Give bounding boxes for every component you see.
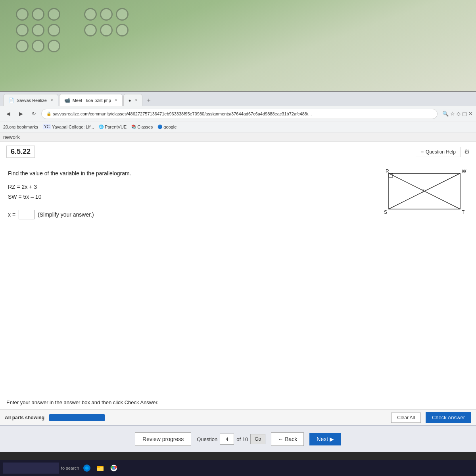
address-bar-row: ◀ ▶ ↻ 🔒 savvasrealize.com/community/clas… [0, 106, 476, 121]
windows-taskbar: to search [0, 460, 476, 476]
review-progress-button[interactable]: Review progress [135, 432, 191, 446]
file-explorer-icon[interactable] [95, 463, 106, 474]
tab-close-icon[interactable]: × [135, 98, 137, 102]
bookmarks-bar: 20.org bookmarks YC Yavapai College: Lif… [0, 121, 476, 132]
bookmark-20org[interactable]: 20.org bookmarks [3, 125, 38, 129]
question-label: Question [197, 436, 217, 442]
tab-savvas[interactable]: 📄 Savvas Realize × [3, 94, 58, 106]
instruction-bar: Enter your answer in the answer box and … [0, 396, 476, 409]
bookmark-google[interactable]: 🔵 google [157, 125, 177, 129]
question-help-button[interactable]: ≡ Question Help [416, 147, 461, 157]
question-number-input[interactable] [220, 434, 234, 445]
tab-bar: 📄 Savvas Realize × 📹 Meet - koa-pzst-jmp… [0, 92, 476, 106]
nav-footer: Review progress Question of 10 Go ← Back… [0, 425, 476, 452]
forward-nav-button[interactable]: ▶ [16, 109, 26, 119]
tab-empty[interactable]: ● × [123, 94, 143, 106]
tab-favicon: 📹 [64, 98, 70, 103]
back-nav-button[interactable]: ◀ [3, 109, 13, 119]
svg-rect-6 [97, 467, 104, 471]
tab-label: ● [129, 98, 131, 103]
extension-icon[interactable]: ◇ [457, 111, 461, 117]
svg-rect-7 [97, 466, 100, 468]
address-bar[interactable]: 🔒 savvasrealize.com/community/classes/48… [41, 109, 438, 119]
windows-start-icon[interactable] [81, 463, 92, 474]
vertex-S: S [384, 209, 387, 215]
header-right: ≡ Question Help ⚙ [416, 147, 470, 157]
parts-label: All parts showing [5, 415, 44, 420]
tab-close-icon[interactable]: × [115, 98, 117, 102]
parts-bar: All parts showing Clear All Check Answer [0, 409, 476, 425]
simplify-note: (Simplify your answer.) [38, 211, 94, 218]
desk-circle [48, 40, 60, 52]
desk-pattern [16, 8, 129, 52]
url-text: savvasrealize.com/community/classes/4862… [53, 111, 312, 116]
close-window-icon[interactable]: ✕ [468, 111, 473, 117]
bookmark-label: Yavapai College: Lif... [52, 125, 94, 129]
desk-circle [84, 24, 97, 36]
bookmark-label: 20.org bookmarks [3, 125, 38, 129]
vertex-T: T [462, 209, 465, 215]
check-answer-button[interactable]: Check Answer [426, 412, 471, 423]
desk-circle [116, 24, 129, 36]
tab-label: Meet - koa-pzst-jmp [73, 98, 111, 103]
back-button[interactable]: ← Back [271, 432, 304, 446]
desk-circle [48, 8, 60, 21]
desk-circle [32, 40, 44, 52]
tab-meet[interactable]: 📹 Meet - koa-pzst-jmp × [59, 94, 123, 106]
star-icon[interactable]: ☆ [450, 111, 455, 117]
chrome-icon[interactable] [108, 463, 119, 474]
of-label: of 10 [236, 436, 248, 442]
bookmark-icon: 🌐 [99, 125, 104, 129]
tab-close-icon[interactable]: × [51, 98, 53, 102]
parallelogram-diagram: R W S T Z [381, 169, 468, 221]
desk-circle [100, 8, 113, 21]
desk-circle [116, 8, 129, 21]
clear-all-button[interactable]: Clear All [391, 413, 421, 423]
desk-circle [84, 8, 97, 21]
diagram-svg: R W S T Z [381, 169, 468, 221]
bookmark-label: ParentVUE [105, 125, 127, 129]
desk-circle [16, 40, 29, 52]
vertex-W: W [462, 169, 466, 174]
page-content: nework 6.5.22 ≡ Question Help ⚙ Find the… [0, 133, 476, 452]
new-tab-button[interactable]: + [143, 95, 154, 106]
assignment-header: 6.5.22 ≡ Question Help ⚙ [0, 142, 476, 162]
menu-icon[interactable]: ▢ [462, 111, 467, 117]
desk-circle [16, 8, 29, 21]
bookmark-icon: YC [43, 124, 51, 129]
answer-input[interactable] [19, 210, 35, 219]
bookmark-classes[interactable]: 📚 Classes [131, 125, 153, 129]
gear-icon[interactable]: ⚙ [464, 148, 470, 155]
answer-label: x = [8, 211, 15, 218]
bookmark-icon: 📚 [131, 125, 136, 129]
next-button[interactable]: Next ▶ [309, 433, 341, 445]
vertex-R: R [386, 169, 389, 174]
address-bar-icons: 🔍 ☆ ◇ ▢ ✕ [442, 111, 473, 117]
parts-progress-bar [49, 414, 105, 421]
desk-circle [48, 24, 60, 36]
bookmark-parentvue[interactable]: 🌐 ParentVUE [99, 125, 127, 129]
desk-circle [32, 24, 44, 36]
vertex-Z: Z [422, 189, 424, 194]
question-body: Find the value of the variable in the pa… [0, 162, 476, 321]
desk-circle [32, 8, 44, 21]
go-button[interactable]: Go [250, 434, 265, 444]
question-help-label: Question Help [426, 149, 456, 155]
desk-background [0, 0, 476, 95]
tab-favicon: 📄 [8, 98, 14, 103]
help-icon: ≡ [421, 149, 424, 155]
nework-label: nework [0, 133, 476, 142]
reload-button[interactable]: ↻ [29, 109, 39, 119]
bookmark-yavapai[interactable]: YC Yavapai College: Lif... [43, 124, 94, 129]
search-icon[interactable]: 🔍 [442, 111, 449, 117]
question-navigation: Question of 10 Go [197, 434, 265, 445]
bookmark-label: Classes [137, 125, 153, 129]
instruction-text: Enter your answer in the answer box and … [6, 399, 159, 405]
taskbar-search-input[interactable] [3, 463, 59, 474]
svg-point-11 [113, 467, 115, 469]
bookmark-label: google [163, 125, 177, 129]
desk-circle [100, 24, 113, 36]
tab-label: Savvas Realize [17, 98, 47, 103]
browser-window: 📄 Savvas Realize × 📹 Meet - koa-pzst-jmp… [0, 91, 476, 452]
desk-circle [16, 24, 29, 36]
